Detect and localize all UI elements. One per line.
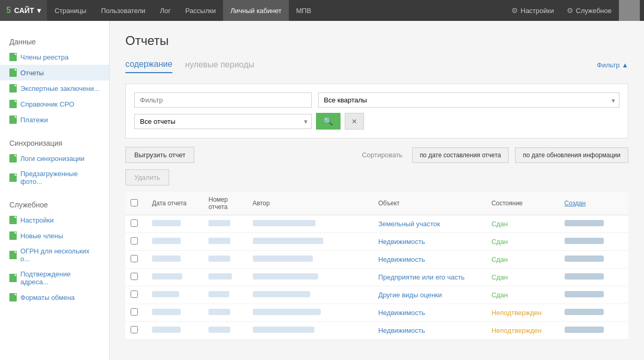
number-blurred — [208, 327, 230, 333]
upload-button[interactable]: Выгрузить отчет — [125, 147, 194, 163]
clear-button[interactable]: ✕ — [345, 113, 364, 130]
row-checkbox[interactable] — [131, 255, 138, 262]
select-all-checkbox[interactable] — [131, 199, 138, 206]
row-number — [203, 215, 247, 233]
created-blurred — [565, 256, 604, 262]
row-author — [248, 322, 373, 340]
created-blurred — [565, 220, 604, 226]
user-avatar[interactable] — [619, 0, 640, 21]
status-badge: Сдан — [491, 238, 508, 246]
row-created — [559, 322, 628, 340]
row-object: Недвижимость — [373, 233, 486, 251]
date-blurred — [152, 256, 181, 262]
nav-users[interactable]: Пользователи — [93, 0, 153, 21]
page-title: Отчеты — [125, 33, 628, 48]
row-created — [559, 215, 628, 233]
created-blurred — [565, 309, 604, 315]
nav-settings[interactable]: ⚙ Настройки — [506, 0, 559, 21]
sidebar-item-srv-settings[interactable]: Настройки — [0, 212, 109, 228]
tab-zero[interactable]: нулевые периоды — [185, 57, 254, 73]
brand[interactable]: 5 САЙТ ▾ — [0, 0, 47, 21]
sort-by-date-button[interactable]: по дате составления отчета — [412, 147, 509, 163]
brand-label: САЙТ — [14, 6, 34, 15]
table-row: Предприятие или его часть Сдан — [125, 269, 628, 286]
nav-mailings[interactable]: Рассылки — [178, 0, 223, 21]
filter-panel: Все кварталыQ1 2024Q2 2024Q3 2024Q4 2024… — [125, 84, 628, 138]
row-checkbox[interactable] — [131, 291, 138, 298]
table-wrap: Дата отчета Номер отчета Автор Объект Со… — [125, 192, 628, 340]
object-link[interactable]: Недвижимость — [378, 327, 425, 334]
row-date — [147, 251, 203, 269]
nav-service[interactable]: ⚙ Служебное — [561, 0, 617, 21]
object-link[interactable]: Недвижимость — [378, 256, 425, 263]
file-icon — [9, 53, 17, 61]
author-blurred — [253, 327, 314, 333]
row-status: Сдан — [486, 251, 559, 269]
nav-pages[interactable]: Страницы — [47, 0, 93, 21]
object-link[interactable]: Земельный участок — [378, 220, 440, 228]
object-link[interactable]: Недвижимость — [378, 238, 425, 246]
th-status: Состояние — [486, 192, 559, 215]
settings-icon: ⚙ — [511, 6, 518, 15]
sidebar-item-payments[interactable]: Платежи — [0, 112, 109, 127]
th-author: Автор — [248, 192, 373, 215]
row-checkbox[interactable] — [131, 237, 138, 245]
sidebar-item-registry[interactable]: Члены реестра — [0, 49, 109, 65]
row-checkbox[interactable] — [131, 326, 138, 333]
row-object: Предприятие или его часть — [373, 269, 486, 286]
sidebar-section-service: Служебное Настройки Новые члены ОГРН для… — [0, 194, 109, 305]
object-link[interactable]: Недвижимость — [378, 309, 425, 317]
nav-log[interactable]: Лог — [153, 0, 178, 21]
tabs-row: содержание нулевые периоды Фильтр ▲ — [125, 56, 628, 73]
sort-by-update-button[interactable]: по дате обновления информации — [515, 147, 628, 163]
th-checkbox — [125, 192, 147, 215]
number-blurred — [208, 256, 230, 262]
row-created — [559, 251, 628, 269]
row-checkbox[interactable] — [131, 273, 138, 280]
row-date — [147, 215, 203, 233]
row-number — [203, 233, 247, 251]
row-checkbox[interactable] — [131, 308, 138, 316]
filter-row-1: Все кварталыQ1 2024Q2 2024Q3 2024Q4 2024… — [134, 92, 619, 108]
row-object: Другие виды оценки — [373, 286, 486, 304]
sidebar-item-sync-logs[interactable]: Логи синхронизации — [0, 150, 109, 166]
row-author — [248, 215, 373, 233]
reports-table: Дата отчета Номер отчета Автор Объект Со… — [125, 192, 628, 340]
created-blurred — [565, 291, 604, 297]
object-link[interactable]: Другие виды оценки — [378, 291, 442, 299]
row-checkbox-cell — [125, 286, 147, 304]
filter-text-input[interactable] — [134, 92, 312, 108]
row-number — [203, 286, 247, 304]
row-status: Сдан — [486, 233, 559, 251]
file-icon — [9, 231, 17, 240]
filter-toggle[interactable]: Фильтр ▲ — [597, 61, 628, 69]
report-type-select[interactable]: Все отчетыСданныеНесданные — [134, 114, 312, 129]
sidebar-section-data: Данные Члены реестра Отчеты Экспертные з… — [0, 31, 109, 127]
sidebar-item-ogrn[interactable]: ОГРН для нескольких о... — [0, 243, 109, 266]
sidebar-item-new-members[interactable]: Новые члены — [0, 228, 109, 243]
object-link[interactable]: Предприятие или его часть — [378, 273, 464, 281]
row-author — [248, 286, 373, 304]
status-badge: Сдан — [491, 220, 508, 228]
nav-cabinet[interactable]: Личный кабинет — [223, 0, 289, 21]
file-icon — [9, 173, 17, 182]
nav-mpv[interactable]: МПВ — [289, 0, 319, 21]
sidebar-item-preloaded[interactable]: Предзагруженные фото... — [0, 166, 109, 189]
quarter-select[interactable]: Все кварталыQ1 2024Q2 2024Q3 2024Q4 2024 — [318, 92, 619, 108]
sidebar-item-sro[interactable]: Справочник СРО — [0, 96, 109, 112]
row-checkbox[interactable] — [131, 219, 138, 227]
row-status: Неподтвержден — [486, 322, 559, 340]
file-icon — [9, 154, 17, 162]
row-object: Недвижимость — [373, 251, 486, 269]
th-created[interactable]: Создан — [559, 192, 628, 215]
sidebar-item-expert[interactable]: Экспертные заключени... — [0, 80, 109, 96]
row-checkbox-cell — [125, 251, 147, 269]
delete-button[interactable]: Удалить — [125, 169, 169, 185]
tab-content[interactable]: содержание — [125, 56, 172, 73]
search-button[interactable]: 🔍 — [316, 113, 341, 130]
sidebar-item-reports[interactable]: Отчеты — [0, 65, 109, 80]
sidebar-item-formats[interactable]: Форматы обмена — [0, 289, 109, 305]
file-icon — [9, 100, 17, 108]
file-icon — [9, 251, 17, 259]
sidebar-item-address[interactable]: Подтверждение адреса... — [0, 266, 109, 289]
